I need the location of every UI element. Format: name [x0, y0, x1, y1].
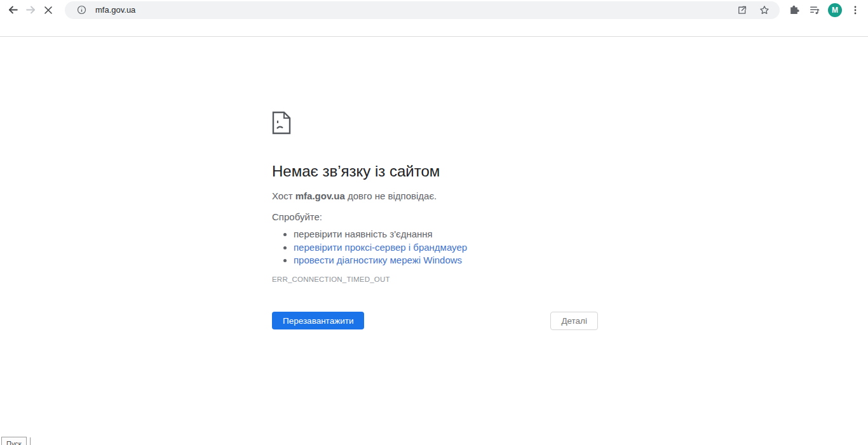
list-item: перевірити наявність з'єднання: [294, 228, 598, 241]
suggestions-list: перевірити наявність з'єднання перевірит…: [272, 228, 598, 267]
back-button[interactable]: [4, 1, 22, 19]
details-button[interactable]: Деталі: [550, 312, 598, 330]
error-code: ERR_CONNECTION_TIMED_OUT: [272, 276, 598, 283]
error-host-message: Хост mfa.gov.ua довго не відповідає.: [272, 190, 598, 203]
list-item: провести діагностику мережі Windows: [294, 254, 598, 267]
suggestions-label: Спробуйте:: [272, 211, 598, 223]
host-name: mfa.gov.ua: [295, 190, 345, 201]
address-bar[interactable]: mfa.gov.ua: [65, 1, 780, 19]
error-title: Немає зв’язку із сайтом: [272, 161, 598, 182]
share-icon[interactable]: [734, 3, 749, 18]
puzzle-icon[interactable]: [786, 3, 801, 18]
three-dot-menu-icon[interactable]: [848, 3, 863, 18]
forward-button[interactable]: [22, 1, 39, 19]
taskbar-edge: Пуск: [0, 436, 51, 445]
bookmarks-bar: [0, 20, 868, 37]
stop-button[interactable]: [39, 1, 57, 19]
forward-arrow-icon: [25, 4, 36, 15]
start-button[interactable]: Пуск: [1, 437, 27, 445]
reload-button[interactable]: Перезавантажити: [272, 312, 364, 329]
stop-x-icon: [44, 6, 53, 15]
button-row: Перезавантажити Деталі: [272, 312, 598, 330]
star-outline-icon[interactable]: [757, 3, 772, 18]
profile-avatar[interactable]: M: [828, 3, 842, 17]
browser-toolbar: mfa.gov.ua: [0, 0, 868, 20]
error-page: Немає зв’язку із сайтом Хост mfa.gov.ua …: [0, 37, 868, 444]
back-arrow-icon: [8, 4, 18, 15]
info-circle-icon[interactable]: [74, 3, 89, 18]
playlist-music-icon[interactable]: [807, 3, 822, 18]
list-item: перевірити проксі-сервер і брандмауер: [294, 241, 598, 255]
sad-file-icon: [272, 111, 598, 137]
suggestion-text: перевірити наявність з'єднання: [294, 229, 433, 239]
url-text[interactable]: mfa.gov.ua: [95, 5, 734, 15]
network-diagnostics-link[interactable]: провести діагностику мережі Windows: [294, 255, 462, 265]
host-message-prefix: Хост: [272, 190, 295, 201]
taskbar-separator: [30, 437, 31, 445]
proxy-firewall-link[interactable]: перевірити проксі-сервер і брандмауер: [294, 242, 467, 253]
host-message-suffix: довго не відповідає.: [345, 190, 437, 201]
